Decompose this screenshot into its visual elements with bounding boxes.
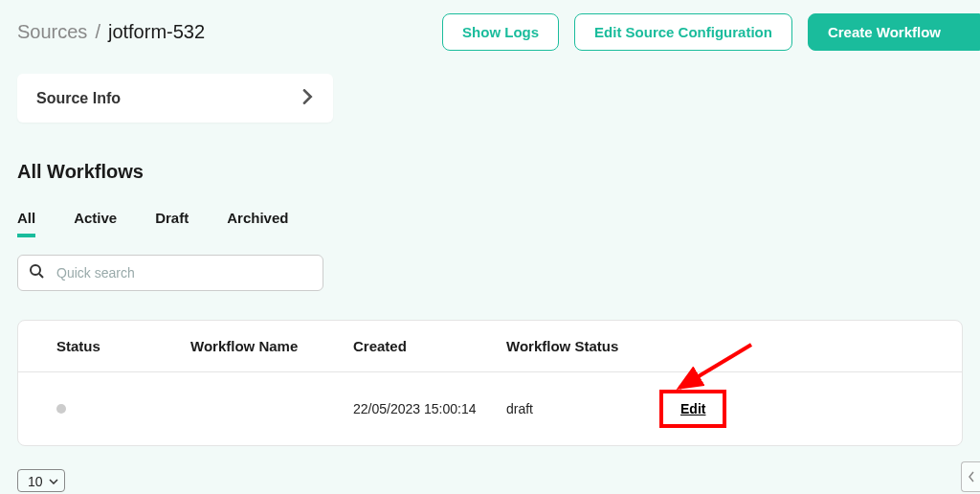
workflow-table: Status Workflow Name Created Workflow St…	[17, 320, 963, 446]
col-created: Created	[353, 338, 506, 354]
show-logs-button[interactable]: Show Logs	[442, 13, 559, 51]
tab-active[interactable]: Active	[74, 210, 117, 237]
breadcrumb-root[interactable]: Sources	[17, 21, 87, 43]
cell-created: 22/05/2023 15:00:14	[353, 401, 506, 416]
edit-source-config-button[interactable]: Edit Source Configuration	[574, 13, 792, 51]
chevron-down-icon	[49, 479, 58, 484]
source-info-card[interactable]: Source Info	[17, 74, 333, 123]
breadcrumb: Sources / jotform-532	[17, 21, 205, 43]
col-status: Status	[56, 338, 190, 354]
col-workflow-name: Workflow Name	[190, 338, 353, 354]
pager-prev-button[interactable]	[961, 461, 980, 492]
status-dot-icon	[56, 404, 66, 414]
tab-draft[interactable]: Draft	[155, 210, 189, 237]
create-workflow-button[interactable]: Create Workflow	[808, 13, 980, 51]
chevron-left-icon	[968, 471, 975, 483]
page-size-value: 10	[28, 474, 43, 489]
chevron-right-icon	[302, 89, 314, 107]
breadcrumb-separator: /	[95, 21, 100, 43]
table-row: 22/05/2023 15:00:14 draft Edit	[18, 372, 962, 445]
tab-archived[interactable]: Archived	[227, 210, 288, 237]
breadcrumb-current: jotform-532	[108, 21, 205, 43]
col-workflow-status: Workflow Status	[506, 338, 659, 354]
header-actions: Show Logs Edit Source Configuration Crea…	[442, 13, 963, 51]
cell-workflow-status: draft	[506, 401, 659, 416]
table-header: Status Workflow Name Created Workflow St…	[18, 321, 962, 372]
search-input[interactable]	[17, 255, 323, 291]
annotation-highlight: Edit	[659, 390, 726, 428]
all-workflows-heading: All Workflows	[17, 161, 963, 183]
edit-workflow-link[interactable]: Edit	[680, 401, 705, 416]
workflow-tabs: All Active Draft Archived	[17, 210, 963, 237]
tab-all[interactable]: All	[17, 210, 35, 237]
source-info-title: Source Info	[36, 90, 121, 107]
page-size-select[interactable]: 10	[17, 469, 65, 492]
cell-status	[56, 401, 190, 416]
